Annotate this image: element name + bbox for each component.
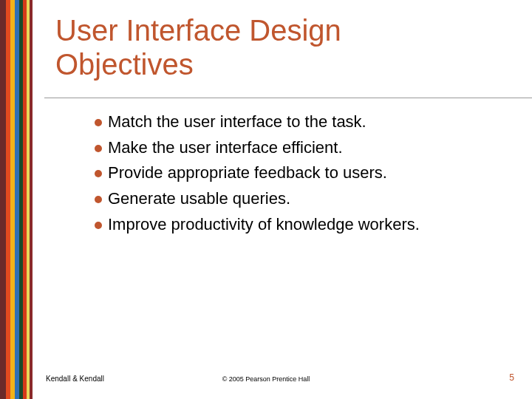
bullet-icon xyxy=(95,145,102,152)
title-underline xyxy=(44,98,532,98)
bullet-icon xyxy=(95,222,102,229)
bullet-icon xyxy=(95,196,102,203)
list-item: Improve productivity of knowledge worker… xyxy=(95,214,523,236)
stripe xyxy=(0,0,6,399)
slide: User Interface Design Objectives Match t… xyxy=(0,0,532,399)
decorative-stripes xyxy=(0,0,33,399)
list-item: Make the user interface efficient. xyxy=(95,137,523,159)
bullet-list: Match the user interface to the task.Mak… xyxy=(95,111,523,239)
title-line-2: Objectives xyxy=(55,48,194,81)
bullet-icon xyxy=(95,119,102,126)
footer-copyright: © 2005 Pearson Prentice Hall xyxy=(0,375,532,383)
list-item: Generate usable queries. xyxy=(95,188,523,210)
footer-page-number: 5 xyxy=(509,372,514,383)
bullet-text: Match the user interface to the task. xyxy=(108,111,366,133)
stripe xyxy=(30,0,33,399)
bullet-text: Generate usable queries. xyxy=(108,188,290,210)
slide-title: User Interface Design Objectives xyxy=(55,13,341,81)
bullet-text: Make the user interface efficient. xyxy=(108,137,343,159)
bullet-text: Provide appropriate feedback to users. xyxy=(108,162,387,184)
bullet-icon xyxy=(95,170,102,177)
list-item: Match the user interface to the task. xyxy=(95,111,523,133)
list-item: Provide appropriate feedback to users. xyxy=(95,162,523,184)
title-line-1: User Interface Design xyxy=(55,14,341,47)
bullet-text: Improve productivity of knowledge worker… xyxy=(108,214,420,236)
